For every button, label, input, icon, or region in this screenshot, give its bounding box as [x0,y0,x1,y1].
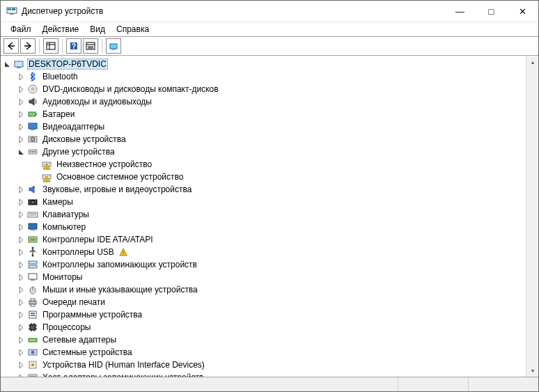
tree-category-label[interactable]: Компьютер [41,222,87,232]
tree-category-label[interactable]: Клавиатуры [41,210,91,219]
tree-category[interactable]: Компьютер [16,221,526,233]
expander-icon[interactable] [16,122,26,132]
tree-category-label[interactable]: Bluetooth [41,72,79,81]
toolbar-help-button[interactable]: ? [66,38,81,54]
expander-icon[interactable] [16,260,26,269]
expander-icon[interactable] [16,297,26,307]
tree-category-label[interactable]: Другие устройства [41,147,116,157]
tree-device[interactable]: !Неизвестное устройство [30,158,526,171]
menu-view[interactable]: Вид [84,23,111,36]
expander-icon[interactable] [16,347,26,357]
expander-icon[interactable] [16,272,26,282]
tree-category-label[interactable]: Аудиовходы и аудиовыходы [41,97,153,107]
scroll-down-button[interactable]: ▾ [526,365,538,377]
tree-category-label[interactable]: Контроллеры IDE ATA/ATAPI [41,235,155,244]
tree-category[interactable]: Контроллеры USB! [16,246,526,258]
tree-category-label[interactable]: Батареи [41,109,76,119]
expander-icon[interactable] [16,147,26,157]
toolbar-forward-button[interactable] [20,38,36,54]
tree-category-label[interactable]: Мониторы [41,272,84,282]
tree-category-label[interactable]: Камеры [41,197,75,207]
tree-category[interactable]: Очереди печати [16,296,526,308]
tree-device[interactable]: !Основное системное устройство [30,171,526,183]
menu-action[interactable]: Действие [37,23,85,36]
minimize-button[interactable]: — [444,1,476,22]
tree-category[interactable]: Контроллеры IDE ATA/ATAPI [16,233,526,246]
expander-icon[interactable] [2,59,12,69]
keyboard-icon [27,209,38,220]
menu-file[interactable]: Файл [5,23,37,36]
svg-rect-52 [31,299,35,301]
tree-category[interactable]: Другие устройства [16,146,526,158]
tree-root[interactable]: DESKTOP-P6TVDIC [2,58,526,70]
tree-category[interactable]: Батареи [16,108,526,120]
tree-category[interactable]: Мониторы [16,271,526,283]
tree-category-label[interactable]: Видеоадаптеры [41,122,106,132]
tree-category[interactable]: Камеры [16,196,526,208]
tree-category-label[interactable]: Хост-адаптеры запоминающих устройств [41,373,205,377]
expander-icon[interactable] [16,247,26,257]
close-button[interactable]: ✕ [507,1,538,22]
expander-icon[interactable] [16,72,26,81]
expander-icon[interactable] [16,210,26,219]
tree-category[interactable]: Bluetooth [16,70,526,83]
toolbar-show-hide-button[interactable] [43,38,58,54]
tree-category[interactable]: Мыши и иные указывающие устройства [16,283,526,296]
expander-icon[interactable] [16,335,26,345]
tree-category[interactable]: Контроллеры запоминающих устройств [16,258,526,271]
expander-icon[interactable] [16,134,26,144]
tree-category-label[interactable]: Системные устройства [41,347,134,357]
expander-icon[interactable] [16,222,26,232]
expander-icon[interactable] [16,84,26,94]
tree-category[interactable]: Дисковые устройства [16,133,526,146]
computer-icon [27,221,38,233]
tree-category-label[interactable]: Очереди печати [41,297,107,307]
device-tree[interactable]: DESKTOP-P6TVDICBluetoothDVD-дисководы и … [1,56,526,377]
tree-root-label[interactable]: DESKTOP-P6TVDIC [27,58,108,70]
tree-category-label[interactable]: Сетевые адаптеры [41,335,118,345]
toolbar-separator [39,39,40,53]
tree-category-label[interactable]: Мыши и иные указывающие устройства [41,285,199,295]
tree-category[interactable]: Хост-адаптеры запоминающих устройств [16,371,526,377]
tree-device-label[interactable]: Неизвестное устройство [55,159,153,169]
menu-help[interactable]: Справка [111,23,155,36]
tree-category-label[interactable]: DVD-дисководы и дисководы компакт-дисков [41,84,220,94]
expander-icon[interactable] [16,185,26,194]
expander-icon[interactable] [16,109,26,119]
tree-category[interactable]: Видеоадаптеры [16,120,526,133]
vertical-scrollbar[interactable]: ▴ ▾ [526,56,538,377]
tree-category-label[interactable]: Звуковые, игровые и видеоустройства [41,185,193,194]
expander-icon[interactable] [16,310,26,320]
tree-category-label[interactable]: Контроллеры запоминающих устройств [41,260,198,269]
tree-category[interactable]: Системные устройства [16,346,526,359]
tree-category[interactable]: Звуковые, игровые и видеоустройства [16,183,526,196]
tree-category-label[interactable]: Дисковые устройства [41,134,127,144]
svg-rect-41 [30,238,36,241]
window-title: Диспетчер устройств [22,6,444,16]
expander-icon[interactable] [16,373,26,377]
tree-category-label[interactable]: Программные устройства [41,310,143,320]
expander-icon[interactable] [16,322,26,332]
toolbar-scan-button[interactable] [106,38,121,54]
expander-icon[interactable] [16,235,26,244]
toolbar-back-button[interactable] [3,38,19,54]
tree-category[interactable]: Сетевые адаптеры [16,334,526,346]
expander-icon[interactable] [16,285,26,295]
tree-category-label[interactable]: Контроллеры USB [41,247,116,257]
scroll-up-button[interactable]: ▴ [526,56,538,68]
maximize-button[interactable]: □ [476,1,507,22]
tree-category-label[interactable]: Процессоры [41,322,93,332]
tree-category[interactable]: Клавиатуры [16,208,526,221]
tree-category[interactable]: Устройства HID (Human Interface Devices) [16,359,526,371]
expander-icon[interactable] [16,360,26,370]
scroll-track[interactable] [526,68,538,365]
tree-category[interactable]: Аудиовходы и аудиовыходы [16,95,526,108]
tree-category-label[interactable]: Устройства HID (Human Interface Devices) [41,360,206,370]
tree-category[interactable]: Программные устройства [16,308,526,321]
expander-icon[interactable] [16,97,26,107]
tree-device-label[interactable]: Основное системное устройство [55,172,185,182]
toolbar-properties-button[interactable] [83,38,98,54]
expander-icon[interactable] [16,197,26,207]
tree-category[interactable]: DVD-дисководы и дисководы компакт-дисков [16,83,526,95]
tree-category[interactable]: Процессоры [16,321,526,334]
